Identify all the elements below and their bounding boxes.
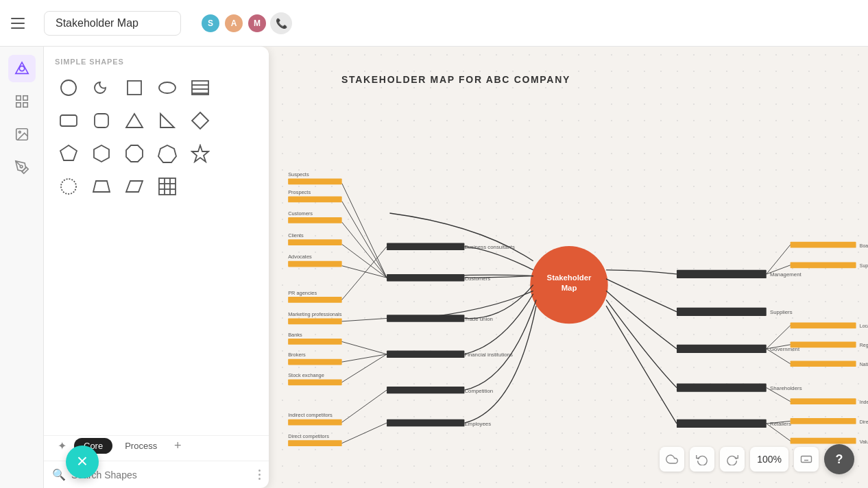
trapezoid-shape[interactable] — [88, 173, 115, 200]
cloud-save-button[interactable] — [660, 447, 684, 472]
svg-rect-50 — [288, 239, 341, 245]
pentagon-shape[interactable] — [55, 140, 82, 167]
svg-rect-116 — [791, 438, 856, 444]
svg-rect-77 — [387, 419, 464, 426]
image-icon[interactable] — [8, 121, 36, 148]
svg-text:Supervisory committee: Supervisory committee — [860, 263, 868, 269]
svg-text:Board of directors: Board of directors — [860, 243, 868, 248]
svg-rect-75 — [387, 387, 464, 393]
svg-rect-56 — [387, 315, 464, 321]
svg-text:Marketing professionals: Marketing professionals — [288, 311, 342, 317]
svg-text:Management: Management — [770, 271, 802, 278]
title-text: Stakeholder Map — [56, 17, 138, 29]
grid-icon[interactable] — [8, 88, 36, 115]
svg-text:Direct competitors: Direct competitors — [288, 433, 329, 439]
svg-rect-12 — [192, 81, 208, 95]
ellipse-shape[interactable] — [154, 74, 181, 101]
svg-rect-58 — [387, 351, 464, 358]
add-tab-button[interactable]: + — [169, 437, 186, 454]
svg-marker-20 — [192, 112, 208, 129]
grid2-shape[interactable] — [154, 173, 181, 200]
right-triangle-shape[interactable] — [154, 107, 181, 134]
svg-point-7 — [19, 131, 21, 133]
svg-rect-93 — [677, 419, 767, 428]
svg-text:Direct retailers: Direct retailers — [860, 419, 868, 424]
svg-text:Prospects: Prospects — [288, 189, 311, 195]
table-shape[interactable] — [186, 74, 214, 101]
draw-icon[interactable] — [8, 154, 36, 181]
search-input[interactable] — [71, 469, 253, 480]
svg-text:Indirect competitors: Indirect competitors — [288, 412, 333, 418]
svg-rect-37 — [387, 274, 464, 281]
triangle-shape[interactable] — [121, 107, 148, 134]
svg-rect-113 — [791, 418, 856, 424]
svg-text:Suspects: Suspects — [288, 171, 309, 178]
svg-text:Clients: Clients — [288, 232, 304, 239]
svg-marker-24 — [158, 145, 176, 162]
svg-rect-60 — [288, 297, 341, 303]
bottom-toolbar: 100% ? — [660, 444, 854, 474]
svg-text:Customers: Customers — [464, 276, 490, 282]
avatar-3[interactable]: M — [247, 13, 267, 34]
keyboard-button[interactable] — [794, 447, 819, 472]
svg-marker-23 — [126, 145, 143, 162]
star-shape[interactable] — [186, 140, 214, 167]
thin-circle-shape[interactable] — [55, 173, 82, 200]
header: Stakeholder Map S A M 📞 — [0, 0, 868, 47]
svg-rect-16 — [60, 115, 77, 126]
svg-line-65 — [342, 318, 387, 321]
octagon-shape[interactable] — [121, 140, 148, 167]
hexagon-shape[interactable] — [88, 140, 115, 167]
svg-rect-48 — [288, 217, 341, 223]
svg-rect-110 — [791, 398, 856, 404]
tab-process[interactable]: Process — [115, 438, 167, 454]
moon-shape[interactable] — [88, 74, 115, 101]
svg-rect-87 — [677, 308, 767, 316]
svg-rect-72 — [288, 379, 341, 385]
avatar-2[interactable]: A — [224, 13, 244, 34]
menu-button[interactable] — [11, 12, 33, 34]
svg-marker-27 — [93, 181, 110, 192]
document-title[interactable]: Stakeholder Map — [44, 11, 181, 36]
svg-marker-28 — [126, 181, 143, 192]
svg-point-9 — [61, 80, 76, 95]
svg-point-1 — [19, 66, 24, 71]
circle-shape[interactable] — [55, 74, 82, 101]
svg-rect-69 — [288, 359, 341, 365]
undo-button[interactable] — [690, 447, 714, 472]
fab-button[interactable]: × — [66, 446, 99, 478]
rounded-square-shape[interactable] — [88, 107, 115, 134]
svg-text:Suppliers: Suppliers — [770, 309, 793, 315]
more-options-icon[interactable] — [258, 469, 261, 480]
svg-rect-46 — [288, 197, 341, 203]
svg-line-42 — [342, 244, 387, 278]
svg-text:Value added retailers: Value added retailers — [860, 439, 868, 444]
svg-marker-21 — [60, 145, 77, 160]
call-button[interactable]: 📞 — [270, 12, 292, 34]
diamond-shape[interactable] — [186, 107, 214, 134]
heptagon-shape[interactable] — [154, 140, 181, 167]
help-button[interactable]: ? — [824, 444, 854, 474]
svg-rect-52 — [288, 261, 341, 267]
svg-marker-22 — [94, 145, 109, 162]
svg-point-11 — [159, 82, 176, 93]
redo-button[interactable] — [720, 447, 745, 472]
svg-text:Advocates: Advocates — [288, 254, 312, 260]
svg-rect-10 — [128, 81, 141, 95]
svg-rect-79 — [288, 419, 341, 426]
svg-rect-104 — [791, 341, 856, 347]
zoom-level[interactable]: 100% — [750, 447, 788, 472]
svg-rect-66 — [288, 339, 341, 345]
svg-point-8 — [20, 165, 23, 168]
parallelogram-shape[interactable] — [121, 173, 148, 200]
svg-text:Brokers: Brokers — [288, 352, 306, 358]
svg-rect-54 — [387, 243, 464, 250]
svg-rect-17 — [95, 114, 108, 127]
svg-text:Local government: Local government — [860, 324, 868, 329]
canvas-area[interactable]: SIMPLE SHAPES — [44, 47, 868, 488]
shapes-icon[interactable] — [8, 55, 36, 82]
svg-line-68 — [342, 341, 387, 354]
square-shape[interactable] — [121, 74, 148, 101]
avatar-1[interactable]: S — [200, 13, 221, 34]
rounded-rect-shape[interactable] — [55, 107, 82, 134]
